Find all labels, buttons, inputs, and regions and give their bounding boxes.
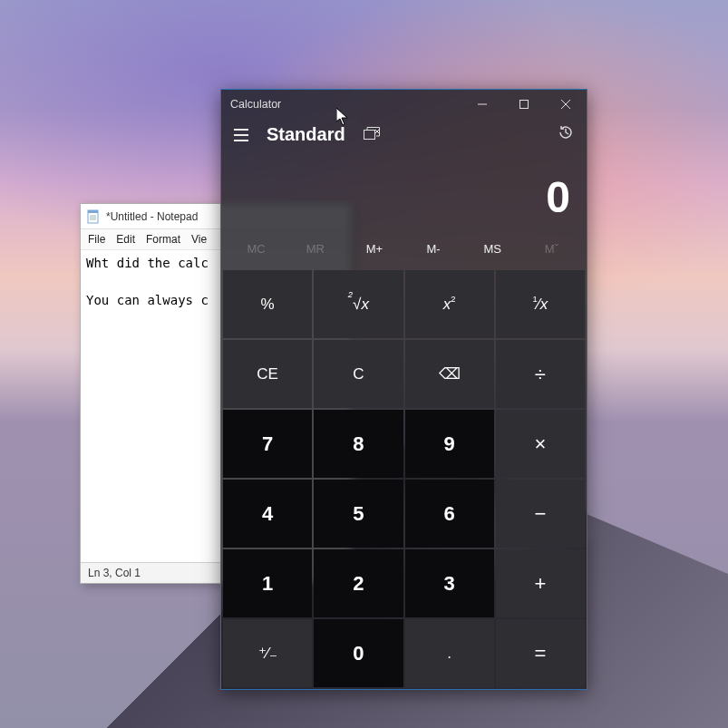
reciprocal-button[interactable]: 1∕x	[496, 270, 585, 338]
memory-list-button[interactable]: Mˇ	[522, 237, 581, 261]
keep-on-top-icon	[364, 127, 380, 140]
square-button[interactable]: x2	[405, 270, 494, 338]
digit-4-button[interactable]: 4	[223, 480, 312, 548]
calculator-titlebar[interactable]: Calculator	[221, 90, 587, 119]
svg-rect-9	[364, 130, 374, 139]
equals-button[interactable]: =	[496, 619, 585, 687]
digit-5-button[interactable]: 5	[314, 480, 403, 548]
history-icon	[558, 124, 574, 141]
mode-label: Standard	[267, 124, 345, 145]
sign-button[interactable]: ⁺⁄₋	[223, 619, 312, 687]
memory-add-button[interactable]: M+	[345, 237, 403, 261]
add-button[interactable]: +	[496, 549, 585, 617]
multiply-button[interactable]: ×	[496, 410, 585, 478]
divide-button[interactable]: ÷	[496, 340, 585, 408]
calculator-header: Standard	[221, 119, 587, 147]
menu-view[interactable]: Vie	[191, 233, 207, 246]
close-button[interactable]	[545, 90, 587, 119]
keep-on-top-button[interactable]	[364, 127, 380, 143]
svg-rect-1	[88, 210, 98, 213]
percent-button[interactable]: %	[223, 270, 312, 338]
backspace-button[interactable]: ⌫	[405, 340, 494, 408]
memory-store-button[interactable]: MS	[463, 237, 522, 261]
svg-rect-6	[520, 101, 529, 109]
desktop: *Untitled - Notepad File Edit Format Vie…	[0, 0, 728, 728]
menu-format[interactable]: Format	[146, 233, 180, 246]
memory-recall-button[interactable]: MR	[286, 237, 345, 261]
menu-button[interactable]	[234, 125, 254, 145]
subtract-button[interactable]: −	[496, 480, 585, 548]
keypad: % 2√x x2 1∕x CE C ⌫ ÷ 7 8 9 × 4 5 6 − 1 …	[221, 268, 587, 689]
minimize-icon	[478, 100, 487, 109]
digit-8-button[interactable]: 8	[314, 410, 403, 478]
close-icon	[561, 100, 570, 109]
clear-entry-button[interactable]: CE	[223, 340, 312, 408]
digit-2-button[interactable]: 2	[314, 549, 403, 617]
calculator-title: Calculator	[230, 98, 281, 111]
square-root-button[interactable]: 2√x	[314, 270, 403, 338]
cursor-position: Ln 3, Col 1	[88, 567, 141, 579]
notepad-icon	[86, 209, 101, 224]
calculator-display: 0	[221, 147, 587, 233]
digit-9-button[interactable]: 9	[405, 410, 494, 478]
digit-1-button[interactable]: 1	[223, 549, 312, 617]
menu-file[interactable]: File	[88, 233, 105, 246]
memory-subtract-button[interactable]: M-	[403, 237, 462, 261]
notepad-line: You can always c	[86, 293, 209, 307]
decimal-button[interactable]: .	[405, 619, 494, 687]
memory-clear-button[interactable]: MC	[227, 237, 286, 261]
notepad-title: *Untitled - Notepad	[106, 210, 198, 223]
clear-button[interactable]: C	[314, 340, 403, 408]
memory-row: MC MR M+ M- MS Mˇ	[221, 233, 587, 268]
digit-0-button[interactable]: 0	[314, 619, 403, 687]
calculator-window: Calculator Standard	[220, 89, 587, 690]
notepad-line: Wht did the calc	[86, 256, 209, 270]
digit-7-button[interactable]: 7	[223, 410, 312, 478]
maximize-button[interactable]	[503, 90, 545, 119]
digit-3-button[interactable]: 3	[405, 549, 494, 617]
digit-6-button[interactable]: 6	[405, 480, 494, 548]
maximize-icon	[519, 100, 529, 109]
history-button[interactable]	[558, 124, 574, 145]
menu-edit[interactable]: Edit	[116, 233, 135, 246]
minimize-button[interactable]	[461, 90, 503, 119]
